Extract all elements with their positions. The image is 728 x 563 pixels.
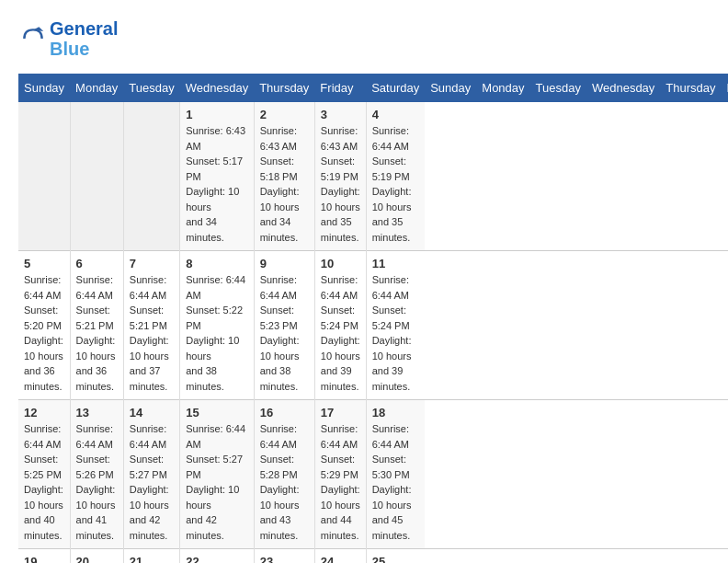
week-row-4: 19Sunrise: 6:44 AM Sunset: 5:30 PM Dayli… [18, 549, 728, 564]
day-cell: 21Sunrise: 6:44 AM Sunset: 5:32 PM Dayli… [123, 549, 179, 564]
day-cell: 10Sunrise: 6:44 AM Sunset: 5:24 PM Dayli… [314, 251, 366, 400]
day-number: 24 [321, 555, 360, 563]
day-number: 14 [130, 406, 174, 419]
header-wednesday: Wednesday [180, 74, 254, 102]
day-info: Sunrise: 6:43 AM Sunset: 5:17 PM Dayligh… [186, 123, 247, 245]
day-cell: 18Sunrise: 6:44 AM Sunset: 5:30 PM Dayli… [366, 400, 425, 549]
day-cell: 4Sunrise: 6:44 AM Sunset: 5:19 PM Daylig… [366, 102, 425, 251]
day-info: Sunrise: 6:44 AM Sunset: 5:30 PM Dayligh… [372, 421, 420, 543]
day-cell [70, 102, 123, 251]
day-cell: 15Sunrise: 6:44 AM Sunset: 5:27 PM Dayli… [180, 400, 254, 549]
day-number: 7 [130, 257, 174, 270]
day-info: Sunrise: 6:44 AM Sunset: 5:21 PM Dayligh… [76, 272, 118, 394]
day-number: 3 [321, 108, 360, 121]
day-info: Sunrise: 6:44 AM Sunset: 5:24 PM Dayligh… [321, 272, 360, 394]
day-info: Sunrise: 6:44 AM Sunset: 5:26 PM Dayligh… [76, 421, 118, 543]
day-cell: 3Sunrise: 6:43 AM Sunset: 5:19 PM Daylig… [314, 102, 366, 251]
week-row-2: 5Sunrise: 6:44 AM Sunset: 5:20 PM Daylig… [18, 251, 728, 400]
day-number: 6 [76, 257, 118, 270]
day-cell: 5Sunrise: 6:44 AM Sunset: 5:20 PM Daylig… [18, 251, 70, 400]
day-cell: 20Sunrise: 6:44 AM Sunset: 5:31 PM Dayli… [70, 549, 123, 564]
day-cell: 2Sunrise: 6:43 AM Sunset: 5:18 PM Daylig… [254, 102, 314, 251]
day-cell: 14Sunrise: 6:44 AM Sunset: 5:27 PM Dayli… [123, 400, 179, 549]
header-monday: Monday [70, 74, 123, 102]
day-cell: 13Sunrise: 6:44 AM Sunset: 5:26 PM Dayli… [70, 400, 123, 549]
day-number: 13 [76, 406, 118, 419]
day-info: Sunrise: 6:43 AM Sunset: 5:19 PM Dayligh… [321, 123, 360, 245]
col-header-monday: Monday [476, 74, 529, 102]
day-number: 18 [372, 406, 420, 419]
header-sunday: Sunday [18, 74, 70, 102]
day-number: 23 [260, 555, 309, 563]
day-info: Sunrise: 6:44 AM Sunset: 5:24 PM Dayligh… [372, 272, 420, 394]
day-cell: 23Sunrise: 6:43 AM Sunset: 5:34 PM Dayli… [254, 549, 314, 564]
day-cell: 22Sunrise: 6:43 AM Sunset: 5:33 PM Dayli… [180, 549, 254, 564]
day-number: 11 [372, 257, 420, 270]
day-info: Sunrise: 6:44 AM Sunset: 5:29 PM Dayligh… [321, 421, 360, 543]
day-number: 1 [186, 108, 247, 121]
logo: GeneralBlue [18, 18, 118, 59]
day-info: Sunrise: 6:44 AM Sunset: 5:27 PM Dayligh… [130, 421, 174, 543]
day-info: Sunrise: 6:44 AM Sunset: 5:21 PM Dayligh… [130, 272, 174, 394]
day-number: 5 [24, 257, 64, 270]
col-header-wednesday: Wednesday [586, 74, 660, 102]
day-cell: 7Sunrise: 6:44 AM Sunset: 5:21 PM Daylig… [123, 251, 179, 400]
day-cell: 6Sunrise: 6:44 AM Sunset: 5:21 PM Daylig… [70, 251, 123, 400]
header-tuesday: Tuesday [123, 74, 179, 102]
day-number: 9 [260, 257, 309, 270]
day-number: 2 [260, 108, 309, 121]
day-number: 22 [186, 555, 247, 563]
day-number: 16 [260, 406, 309, 419]
day-info: Sunrise: 6:44 AM Sunset: 5:25 PM Dayligh… [24, 421, 64, 543]
header-friday: Friday [314, 74, 366, 102]
day-cell: 1Sunrise: 6:43 AM Sunset: 5:17 PM Daylig… [180, 102, 254, 251]
day-number: 17 [321, 406, 360, 419]
col-header-friday: Friday [722, 74, 728, 102]
page-header: GeneralBlue [18, 18, 710, 59]
day-number: 19 [24, 555, 64, 563]
day-number: 25 [372, 555, 420, 563]
day-cell: 17Sunrise: 6:44 AM Sunset: 5:29 PM Dayli… [314, 400, 366, 549]
calendar-table: SundayMondayTuesdayWednesdayThursdayFrid… [18, 74, 728, 563]
day-cell: 24Sunrise: 6:43 AM Sunset: 5:34 PM Dayli… [314, 549, 366, 564]
day-number: 12 [24, 406, 64, 419]
day-number: 4 [372, 108, 420, 121]
day-info: Sunrise: 6:44 AM Sunset: 5:23 PM Dayligh… [260, 272, 309, 394]
day-number: 20 [76, 555, 118, 563]
col-header-tuesday: Tuesday [530, 74, 586, 102]
day-cell: 9Sunrise: 6:44 AM Sunset: 5:23 PM Daylig… [254, 251, 314, 400]
col-header-thursday: Thursday [660, 74, 721, 102]
day-info: Sunrise: 6:44 AM Sunset: 5:19 PM Dayligh… [372, 123, 420, 245]
day-cell: 11Sunrise: 6:44 AM Sunset: 5:24 PM Dayli… [366, 251, 425, 400]
day-cell: 16Sunrise: 6:44 AM Sunset: 5:28 PM Dayli… [254, 400, 314, 549]
logo-icon [18, 24, 48, 53]
day-number: 21 [130, 555, 174, 563]
day-info: Sunrise: 6:44 AM Sunset: 5:20 PM Dayligh… [24, 272, 64, 394]
col-header-sunday: Sunday [425, 74, 476, 102]
header-saturday: Saturday [366, 74, 425, 102]
logo-text: GeneralBlue [50, 18, 118, 59]
calendar-header-row: SundayMondayTuesdayWednesdayThursdayFrid… [18, 74, 728, 102]
day-number: 10 [321, 257, 360, 270]
day-info: Sunrise: 6:43 AM Sunset: 5:18 PM Dayligh… [260, 123, 309, 245]
day-info: Sunrise: 6:44 AM Sunset: 5:27 PM Dayligh… [186, 421, 247, 543]
week-row-1: 1Sunrise: 6:43 AM Sunset: 5:17 PM Daylig… [18, 102, 728, 251]
day-cell: 19Sunrise: 6:44 AM Sunset: 5:30 PM Dayli… [18, 549, 70, 564]
day-cell: 25Sunrise: 6:43 AM Sunset: 5:35 PM Dayli… [366, 549, 425, 564]
day-cell [123, 102, 179, 251]
day-number: 8 [186, 257, 247, 270]
day-number: 15 [186, 406, 247, 419]
day-cell: 8Sunrise: 6:44 AM Sunset: 5:22 PM Daylig… [180, 251, 254, 400]
day-info: Sunrise: 6:44 AM Sunset: 5:28 PM Dayligh… [260, 421, 309, 543]
header-thursday: Thursday [254, 74, 314, 102]
day-cell [18, 102, 70, 251]
day-info: Sunrise: 6:44 AM Sunset: 5:22 PM Dayligh… [186, 272, 247, 394]
day-cell: 12Sunrise: 6:44 AM Sunset: 5:25 PM Dayli… [18, 400, 70, 549]
week-row-3: 12Sunrise: 6:44 AM Sunset: 5:25 PM Dayli… [18, 400, 728, 549]
